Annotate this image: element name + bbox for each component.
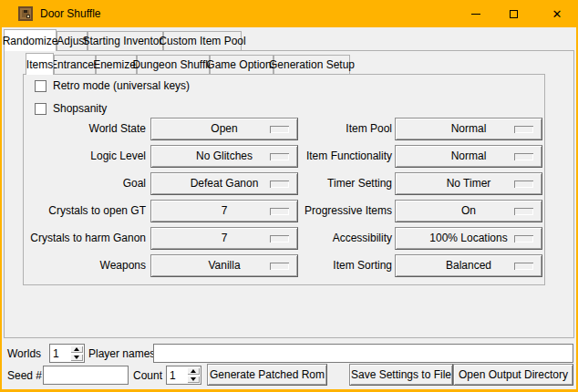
progressive-items-label: Progressive Items xyxy=(299,200,392,222)
dropdown-indicator-icon xyxy=(270,235,289,242)
tab-randomize[interactable]: Randomize xyxy=(4,29,57,51)
item-pool-label: Item Pool xyxy=(299,118,392,140)
close-button[interactable]: ✕ xyxy=(538,0,576,27)
count-spin-up-button[interactable] xyxy=(187,367,200,375)
spin-down-icon xyxy=(74,356,79,359)
retro-mode-row: Retro mode (universal keys) xyxy=(35,79,190,92)
world-state-dropdown[interactable]: Open xyxy=(150,118,298,140)
logic-level-dropdown[interactable]: No Glitches xyxy=(150,145,298,168)
tab-starting-inventory[interactable]: Starting Inventory xyxy=(88,31,163,50)
tab-game-options[interactable]: Game Options xyxy=(210,55,274,74)
goal-label: Goal xyxy=(27,172,146,195)
shopsanity-row: Shopsanity xyxy=(35,102,107,115)
door-shuffle-window: Door Shuffle ✕ Randomize Adjust Starting… xyxy=(0,0,578,392)
save-settings-button[interactable]: Save Settings to File xyxy=(349,364,453,386)
worlds-label: Worlds xyxy=(7,345,41,363)
weapons-value: Vanilla xyxy=(208,259,240,272)
seed-label: Seed # xyxy=(7,366,42,385)
tab-dungeon-shuffle-label: Dungeon Shuffle xyxy=(132,58,213,71)
titlebar: Door Shuffle ✕ xyxy=(0,0,578,27)
player-names-input[interactable] xyxy=(153,344,573,363)
item-pool-dropdown[interactable]: Normal xyxy=(395,118,542,140)
accessibility-dropdown[interactable]: 100% Locations xyxy=(395,227,542,250)
weapons-dropdown[interactable]: Vanilla xyxy=(150,254,298,277)
item-pool-value: Normal xyxy=(451,122,487,135)
tab-generation-setup-label: Generation Setup xyxy=(269,58,355,71)
dropdown-indicator-icon xyxy=(514,126,533,133)
spin-down-icon xyxy=(191,377,196,381)
tab-dungeon-shuffle[interactable]: Dungeon Shuffle xyxy=(137,55,210,74)
open-output-directory-button[interactable]: Open Output Directory xyxy=(453,364,573,386)
dropdown-indicator-icon xyxy=(270,153,289,160)
retro-mode-checkbox[interactable] xyxy=(35,80,46,92)
accessibility-label: Accessibility xyxy=(299,227,392,250)
seed-input[interactable] xyxy=(43,366,129,385)
worlds-input[interactable] xyxy=(50,345,70,362)
tab-custom-item-pool-label: Custom Item Pool xyxy=(159,35,245,47)
worlds-spin-down-button[interactable] xyxy=(70,354,83,361)
crystals-harm-ganon-label: Crystals to harm Ganon xyxy=(27,227,146,250)
tab-items-label: Items xyxy=(26,58,53,71)
count-spin-down-button[interactable] xyxy=(187,376,200,383)
window-content: Randomize Adjust Starting Inventory Cust… xyxy=(2,27,576,389)
maximize-button[interactable] xyxy=(494,0,532,27)
dropdown-indicator-icon xyxy=(514,263,533,270)
count-spinner xyxy=(166,366,201,385)
goal-value: Defeat Ganon xyxy=(191,177,259,190)
crystals-open-gt-value: 7 xyxy=(222,204,228,217)
tab-game-options-label: Game Options xyxy=(206,58,276,71)
dropdown-indicator-icon xyxy=(270,181,289,188)
shopsanity-checkbox[interactable] xyxy=(35,103,46,115)
generate-patched-rom-button[interactable]: Generate Patched Rom xyxy=(207,364,327,386)
item-functionality-value: Normal xyxy=(451,150,487,162)
item-sorting-dropdown[interactable]: Balanced xyxy=(395,254,542,277)
tab-custom-item-pool[interactable]: Custom Item Pool xyxy=(163,31,242,50)
logic-level-value: No Glitches xyxy=(196,150,253,162)
timer-setting-value: No Timer xyxy=(447,177,491,190)
dropdown-indicator-icon xyxy=(514,235,533,242)
goal-dropdown[interactable]: Defeat Ganon xyxy=(150,172,298,195)
close-icon: ✕ xyxy=(552,8,563,20)
spin-up-icon xyxy=(74,347,79,351)
shopsanity-label: Shopsanity xyxy=(53,102,107,115)
dropdown-indicator-icon xyxy=(514,181,533,188)
minimize-icon xyxy=(471,14,480,15)
minimize-button[interactable] xyxy=(457,0,495,27)
crystals-harm-ganon-dropdown[interactable]: 7 xyxy=(150,227,298,250)
weapons-label: Weapons xyxy=(27,254,146,277)
timer-setting-label: Timer Setting xyxy=(299,172,392,195)
item-functionality-label: Item Functionality xyxy=(299,145,392,168)
tab-starting-inventory-label: Starting Inventory xyxy=(82,35,168,47)
world-state-label: World State xyxy=(27,118,146,140)
window-title: Door Shuffle xyxy=(40,0,101,27)
crystals-open-gt-label: Crystals to open GT xyxy=(27,200,146,222)
accessibility-value: 100% Locations xyxy=(429,232,507,244)
count-input[interactable] xyxy=(167,366,187,384)
tab-items[interactable]: Items xyxy=(26,53,54,75)
tab-randomize-label: Randomize xyxy=(3,35,58,47)
crystals-open-gt-dropdown[interactable]: 7 xyxy=(150,200,298,222)
worlds-spin-up-button[interactable] xyxy=(70,346,83,353)
crystals-harm-ganon-value: 7 xyxy=(222,232,228,244)
count-label: Count xyxy=(133,366,162,385)
dropdown-indicator-icon xyxy=(270,126,289,133)
dropdown-indicator-icon xyxy=(514,153,533,160)
retro-mode-label: Retro mode (universal keys) xyxy=(53,79,190,92)
logic-level-label: Logic Level xyxy=(27,145,146,168)
world-state-value: Open xyxy=(211,122,237,135)
item-functionality-dropdown[interactable]: Normal xyxy=(395,145,542,168)
dropdown-indicator-icon xyxy=(270,208,289,215)
dropdown-indicator-icon xyxy=(514,208,533,215)
tab-entrances[interactable]: Entrances xyxy=(54,55,96,74)
worlds-spinner xyxy=(49,344,85,363)
tab-generation-setup[interactable]: Generation Setup xyxy=(274,55,350,74)
maximize-icon xyxy=(510,10,518,18)
door-icon xyxy=(18,6,33,21)
timer-setting-dropdown[interactable]: No Timer xyxy=(395,172,542,195)
spin-up-icon xyxy=(191,369,196,373)
item-sorting-value: Balanced xyxy=(446,259,491,272)
tab-enemizer[interactable]: Enemizer xyxy=(96,55,137,74)
progressive-items-dropdown[interactable]: On xyxy=(395,200,542,222)
dropdown-indicator-icon xyxy=(270,263,289,270)
player-names-label: Player names xyxy=(88,345,155,363)
